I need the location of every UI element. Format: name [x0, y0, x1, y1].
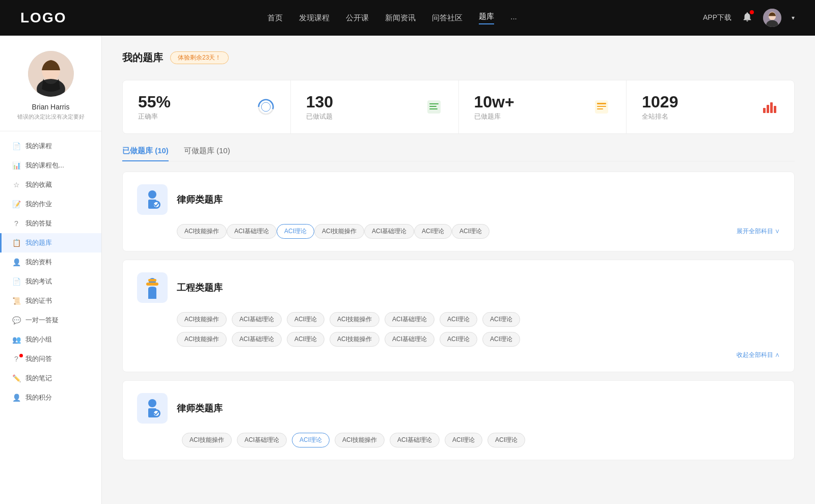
sidebar-label-group: 我的小组: [25, 335, 52, 344]
nav-open[interactable]: 公开课: [346, 13, 369, 23]
eng-tag2-1[interactable]: ACI基础理论: [232, 332, 282, 347]
svg-point-8: [261, 102, 270, 111]
sidebar-item-courses[interactable]: 📄 我的课程: [0, 136, 101, 156]
tag-5[interactable]: ACI理论: [414, 224, 452, 239]
sidebar-item-notes[interactable]: ✏️ 我的笔记: [0, 369, 101, 388]
sidebar-label-packages: 我的课程包...: [25, 161, 64, 170]
sidebar-item-favorites[interactable]: ☆ 我的收藏: [0, 175, 101, 194]
qbank-lawyer-2-icon: [137, 393, 168, 424]
points-icon: 👤: [12, 394, 20, 402]
nav-quiz[interactable]: 题库: [479, 12, 494, 24]
nav-more[interactable]: ···: [510, 14, 517, 22]
svg-point-28: [148, 399, 156, 407]
sidebar-item-myqa[interactable]: ? 我的问答: [0, 349, 101, 369]
sidebar-item-quizbank[interactable]: 📋 我的题库: [0, 233, 101, 253]
tab-available[interactable]: 可做题库 (10): [184, 146, 230, 161]
stat-rank: 1029 全站排名: [627, 80, 794, 133]
profile-avatar: [28, 51, 74, 97]
sidebar-item-points[interactable]: 👤 我的积分: [0, 388, 101, 407]
stat-done-banks-label: 已做题库: [474, 113, 501, 120]
sidebar-label-quizbank: 我的题库: [25, 238, 52, 247]
eng-tag2-0[interactable]: ACI技能操作: [177, 332, 227, 347]
eng-tag-0[interactable]: ACI技能操作: [177, 312, 227, 327]
stat-rank-value: 1029: [642, 93, 678, 111]
svg-rect-11: [429, 106, 437, 107]
sidebar-profile: Brian Harris 错误的决定比没有决定要好: [0, 51, 101, 131]
tab-done[interactable]: 已做题库 (10): [122, 146, 169, 161]
user-avatar[interactable]: [763, 9, 781, 27]
tag-6[interactable]: ACI理论: [452, 224, 490, 239]
eng-tag-5[interactable]: ACI理论: [440, 312, 477, 327]
stat-done-banks-value: 10w+: [474, 93, 514, 111]
sidebar-item-packages[interactable]: 📊 我的课程包...: [0, 156, 101, 175]
group-icon: 👥: [12, 335, 20, 344]
trial-badge: 体验剩余23天！: [170, 51, 229, 64]
tag-3[interactable]: ACI技能操作: [314, 224, 364, 239]
law2-tag-4[interactable]: ACI基础理论: [390, 433, 440, 447]
qbank-lawyer-1-tags-row: ACI技能操作 ACI基础理论 ACI理论 ACI技能操作 ACI基础理论 AC…: [137, 224, 780, 239]
logo: LOGO: [20, 10, 82, 26]
user-menu-chevron[interactable]: ▾: [792, 14, 795, 21]
svg-rect-27: [148, 279, 156, 282]
collapse-link[interactable]: 收起全部科目 ∧: [737, 351, 780, 359]
law2-tag-1[interactable]: ACI基础理论: [237, 433, 287, 447]
nav-news[interactable]: 新闻资讯: [385, 13, 416, 23]
eng-tag-4[interactable]: ACI基础理论: [385, 312, 434, 327]
sidebar-item-profile[interactable]: 👤 我的资料: [0, 253, 101, 272]
sidebar-item-questions[interactable]: ? 我的答疑: [0, 214, 101, 233]
quizbank-icon: 📋: [12, 239, 20, 247]
tag-1[interactable]: ACI基础理论: [227, 224, 277, 239]
eng-tag-3[interactable]: ACI技能操作: [330, 312, 379, 327]
profile-name: Brian Harris: [32, 103, 70, 111]
svg-rect-16: [597, 108, 603, 109]
sidebar-item-exam[interactable]: 📄 我的考试: [0, 272, 101, 291]
qbank-engineer-tags-row1: ACI技能操作 ACI基础理论 ACI理论 ACI技能操作 ACI基础理论 AC…: [177, 312, 780, 327]
page-header: 我的题库 体验剩余23天！: [122, 51, 795, 65]
eng-tag2-6[interactable]: ACI理论: [482, 332, 520, 347]
nav-qa[interactable]: 问答社区: [432, 13, 463, 23]
app-download-link[interactable]: APP下载: [703, 13, 731, 22]
profile-icon: 👤: [12, 258, 20, 266]
law2-tag-0[interactable]: ACI技能操作: [182, 433, 232, 447]
sidebar-label-profile: 我的资料: [25, 258, 52, 267]
svg-rect-14: [597, 103, 606, 104]
law2-tag-2-active[interactable]: ACI理论: [292, 433, 330, 447]
law2-tag-6[interactable]: ACI理论: [487, 433, 525, 447]
sidebar-item-1on1[interactable]: 💬 一对一答疑: [0, 311, 101, 330]
sidebar-label-exam: 我的考试: [25, 277, 52, 286]
svg-rect-19: [770, 102, 773, 113]
sidebar-item-homework[interactable]: 📝 我的作业: [0, 194, 101, 214]
eng-tag-2[interactable]: ACI理论: [287, 312, 324, 327]
sidebar-item-group[interactable]: 👥 我的小组: [0, 330, 101, 349]
nav-home[interactable]: 首页: [267, 13, 283, 23]
tag-2-active[interactable]: ACI理论: [277, 224, 314, 239]
law2-tag-5[interactable]: ACI理论: [445, 433, 482, 447]
expand-all-link-1[interactable]: 展开全部科目 ∨: [737, 227, 780, 236]
eng-tag2-4[interactable]: ACI基础理论: [385, 332, 434, 347]
stat-done-questions-value: 130: [306, 93, 333, 111]
sidebar-label-points: 我的积分: [25, 393, 52, 402]
eng-tag-6[interactable]: ACI理论: [482, 312, 520, 327]
eng-tag2-5[interactable]: ACI理论: [440, 332, 477, 347]
sidebar-item-cert[interactable]: 📜 我的证书: [0, 291, 101, 311]
svg-rect-26: [146, 283, 158, 286]
svg-rect-20: [774, 106, 776, 113]
favorites-icon: ☆: [12, 181, 20, 189]
sidebar-label-cert: 我的证书: [25, 296, 52, 305]
courses-icon: 📄: [12, 142, 20, 150]
questions-icon: ?: [12, 219, 20, 228]
stat-done-banks: 10w+ 已做题库: [459, 80, 627, 133]
eng-tag2-3[interactable]: ACI技能操作: [330, 332, 379, 347]
qbank-card-engineer: 工程类题库 ACI技能操作 ACI基础理论 ACI理论 ACI技能操作 ACI基…: [122, 260, 795, 372]
cert-icon: 📜: [12, 297, 20, 305]
notification-bell[interactable]: [742, 11, 753, 24]
eng-tag2-2[interactable]: ACI理论: [287, 332, 324, 347]
nav-discover[interactable]: 发现课程: [299, 13, 330, 23]
tag-4[interactable]: ACI基础理论: [364, 224, 414, 239]
done-questions-icon: [425, 98, 443, 116]
sidebar-label-questions: 我的答疑: [25, 219, 52, 228]
law2-tag-3[interactable]: ACI技能操作: [335, 433, 385, 447]
tag-0[interactable]: ACI技能操作: [177, 224, 227, 239]
svg-rect-18: [767, 105, 769, 113]
eng-tag-1[interactable]: ACI基础理论: [232, 312, 282, 327]
